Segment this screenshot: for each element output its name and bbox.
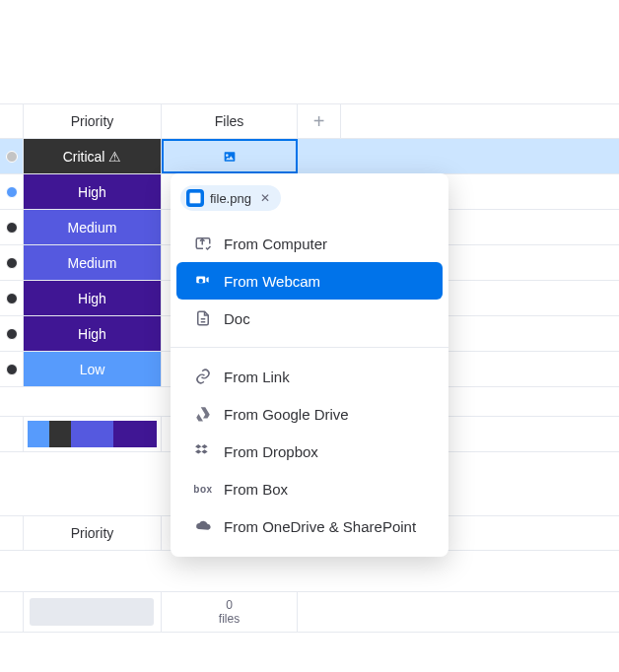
priority-cell[interactable]: Critical ⚠ bbox=[24, 139, 162, 173]
swatch bbox=[28, 421, 49, 447]
svg-point-0 bbox=[199, 279, 204, 284]
status-dot bbox=[6, 186, 18, 198]
row-left-gutter bbox=[0, 516, 24, 550]
onedrive-icon bbox=[194, 517, 212, 535]
priority-summary-swatches bbox=[24, 417, 162, 451]
row-spacer bbox=[298, 139, 619, 173]
image-icon bbox=[186, 189, 204, 207]
menu-item-label: From Webcam bbox=[224, 273, 320, 290]
priority-cell[interactable]: Low bbox=[24, 352, 162, 386]
status-dot bbox=[6, 328, 18, 340]
close-icon[interactable]: ✕ bbox=[257, 190, 273, 206]
row-left-gutter bbox=[0, 417, 24, 451]
priority-cell[interactable]: Medium bbox=[24, 245, 162, 280]
column-header-priority[interactable]: Priority bbox=[24, 104, 162, 138]
status-dot bbox=[6, 222, 18, 234]
row-left-gutter bbox=[0, 352, 24, 386]
menu-item-dropbox[interactable]: From Dropbox bbox=[176, 433, 443, 470]
priority-placeholder-bar bbox=[30, 598, 154, 626]
menu-item-label: From Computer bbox=[224, 235, 327, 252]
header-spacer bbox=[341, 104, 619, 138]
file-chip-label: file.png bbox=[210, 191, 251, 206]
image-icon bbox=[222, 149, 238, 165]
column-header-row: Priority Files + bbox=[0, 103, 619, 139]
row-left-gutter bbox=[0, 174, 24, 209]
dropbox-icon bbox=[194, 442, 212, 460]
row-left-gutter bbox=[0, 104, 24, 138]
row-left-gutter bbox=[0, 210, 24, 244]
row-left-gutter bbox=[0, 316, 24, 351]
status-dot bbox=[6, 293, 18, 304]
menu-item-computer[interactable]: From Computer bbox=[176, 225, 443, 262]
menu-item-onedrive[interactable]: From OneDrive & SharePoint bbox=[176, 507, 443, 545]
table-row[interactable]: Critical ⚠ bbox=[0, 139, 619, 174]
box-icon: box bbox=[194, 480, 212, 498]
swatch bbox=[135, 421, 157, 447]
status-dot bbox=[6, 364, 18, 375]
menu-item-label: From Google Drive bbox=[224, 406, 349, 423]
priority-cell[interactable]: Medium bbox=[24, 210, 162, 244]
swatch bbox=[92, 421, 113, 447]
files-count: 0 bbox=[226, 598, 233, 612]
swatch bbox=[49, 421, 71, 447]
column-header-files[interactable]: Files bbox=[162, 104, 298, 138]
menu-item-doc[interactable]: Doc bbox=[176, 300, 443, 337]
swatch bbox=[113, 421, 135, 447]
status-dot bbox=[6, 151, 18, 163]
file-chip[interactable]: file.png ✕ bbox=[180, 185, 281, 211]
menu-item-label: From Box bbox=[224, 481, 288, 498]
add-column-button[interactable]: + bbox=[298, 104, 341, 138]
menu-separator bbox=[171, 347, 448, 348]
menu-item-label: From Link bbox=[224, 369, 290, 385]
files-summary-cell-2: 0 files bbox=[162, 592, 298, 632]
priority-cell[interactable]: High bbox=[24, 281, 162, 315]
files-label: files bbox=[219, 612, 240, 626]
menu-item-label: From Dropbox bbox=[224, 443, 318, 460]
webcam-icon bbox=[194, 272, 212, 290]
file-upload-popover: file.png ✕ From ComputerFrom WebcamDoc F… bbox=[171, 173, 448, 557]
column-header-priority-2[interactable]: Priority bbox=[24, 516, 162, 550]
files-cell[interactable] bbox=[162, 139, 298, 173]
row-left-gutter bbox=[0, 245, 24, 280]
row-left-gutter bbox=[0, 281, 24, 315]
plus-icon: + bbox=[313, 110, 325, 133]
menu-item-label: Doc bbox=[224, 310, 250, 327]
priority-cell[interactable]: High bbox=[24, 316, 162, 351]
menu-item-box[interactable]: boxFrom Box bbox=[176, 470, 443, 507]
gdrive-icon bbox=[194, 405, 212, 423]
row-left-gutter bbox=[0, 592, 24, 632]
menu-item-label: From OneDrive & SharePoint bbox=[224, 518, 416, 535]
doc-icon bbox=[194, 309, 212, 327]
footer-summary-row: 0 files bbox=[0, 591, 619, 633]
computer-icon bbox=[194, 235, 212, 252]
status-dot bbox=[6, 257, 18, 269]
priority-cell[interactable]: High bbox=[24, 174, 162, 209]
row-left-gutter bbox=[0, 139, 24, 173]
swatch bbox=[71, 421, 93, 447]
link-icon bbox=[194, 368, 212, 385]
menu-item-gdrive[interactable]: From Google Drive bbox=[176, 395, 443, 433]
menu-item-webcam[interactable]: From Webcam bbox=[176, 262, 443, 300]
menu-item-link[interactable]: From Link bbox=[176, 358, 443, 395]
